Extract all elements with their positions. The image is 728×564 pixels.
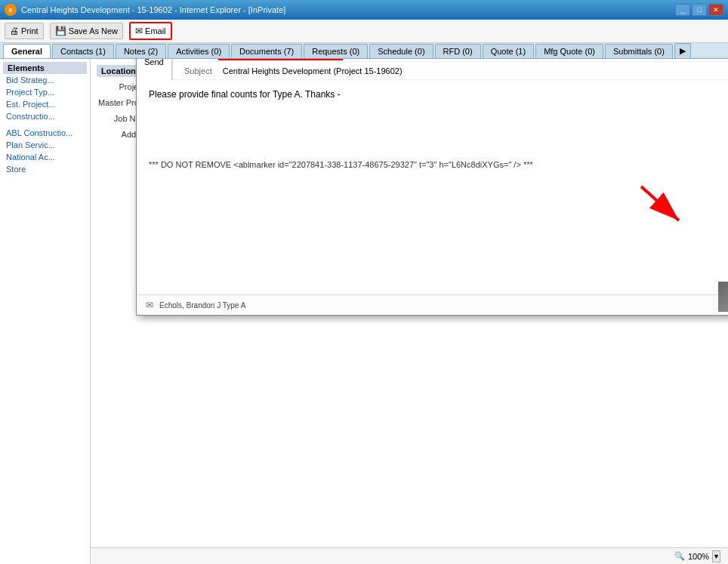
sidebar-item-construction[interactable]: Constructio...: [3, 110, 87, 122]
sidebar-item-abl[interactable]: ABL Constructio...: [3, 127, 87, 139]
email-compose-window: Central Heights Development (Project 15-…: [136, 59, 728, 316]
footer-avatar: [718, 282, 728, 312]
tab-schedule[interactable]: Schedule (0): [369, 44, 433, 58]
print-icon: 🖨: [10, 26, 19, 36]
save-as-new-button[interactable]: 💾 Save As New: [50, 23, 123, 39]
zoom-bar: 🔍 100% ▼: [91, 547, 728, 564]
sidebar-item-plan[interactable]: Plan Servic...: [3, 139, 87, 151]
tab-activities[interactable]: Activities (0): [168, 44, 230, 58]
tabs-more-arrow[interactable]: ▶: [674, 43, 691, 58]
svg-line-1: [641, 186, 679, 220]
email-header-area: ➤ Send To... Echols, Brandon J; Cc: [137, 59, 728, 80]
footer-text: Echols, Brandon J Type A: [159, 301, 245, 310]
message-body-blank: [149, 100, 728, 160]
avatar-image: [718, 282, 728, 312]
email-fields: To... Echols, Brandon J; Cc... agileuplo…: [172, 59, 728, 80]
email-body: ➤ Send To... Echols, Brandon J; Cc: [137, 59, 728, 315]
left-sidebar: Elements Bid Strateg... Project Typ... E…: [0, 59, 91, 564]
tab-general[interactable]: General: [3, 44, 51, 58]
send-button[interactable]: ➤ Send: [137, 59, 172, 80]
tab-documents[interactable]: Documents (7): [231, 44, 302, 58]
window-title: Central Heights Development - 15-19602 -…: [21, 5, 285, 14]
subject-label: Subject: [173, 66, 218, 76]
email-button[interactable]: ✉ Email: [129, 22, 172, 40]
main-content: Location Project #: 15-19602 Rep: 338 Ma…: [91, 59, 728, 564]
tab-rfd[interactable]: RFD (0): [435, 44, 481, 58]
message-body: Please provide final counts for Type A. …: [149, 89, 728, 100]
subject-value[interactable]: Central Heights Development (Project 15-…: [218, 64, 728, 78]
marker-text: *** DO NOT REMOVE <ablmarker id="2207841…: [149, 160, 728, 169]
print-button[interactable]: 🖨 Print: [5, 23, 44, 39]
zoom-icon: 🔍: [674, 551, 685, 561]
tab-submittals[interactable]: Submittals (0): [605, 44, 673, 58]
red-arrow-indicator: [626, 179, 694, 234]
email-message-area[interactable]: Please provide final counts for Type A. …: [137, 80, 728, 294]
tab-contacts[interactable]: Contacts (1): [52, 44, 114, 58]
ie-icon: e: [5, 4, 17, 16]
footer-envelope-icon: ✉: [146, 300, 153, 310]
navigation-tabs: General Contacts (1) Notes (2) Activitie…: [0, 43, 728, 59]
zoom-dropdown-button[interactable]: ▼: [712, 550, 720, 562]
save-icon: 💾: [55, 26, 66, 36]
email-icon: ✉: [135, 26, 143, 36]
tab-notes[interactable]: Notes (2): [116, 44, 166, 58]
title-bar: e Central Heights Development - 15-19602…: [0, 0, 728, 20]
red-arrow-svg: [626, 179, 694, 232]
cc-value[interactable]: agileupload@acuitybrands.com: [218, 59, 344, 60]
sidebar-item-store[interactable]: Store: [3, 163, 87, 175]
maximize-button[interactable]: □: [692, 4, 707, 16]
email-subject-row: Subject Central Heights Development (Pro…: [173, 62, 728, 80]
minimize-button[interactable]: _: [675, 4, 690, 16]
sidebar-item-national[interactable]: National Ac...: [3, 151, 87, 163]
sidebar-item-est-project[interactable]: Est. Project...: [3, 98, 87, 110]
zoom-value: 100%: [688, 552, 709, 561]
window-controls: _ □ ✕: [675, 4, 723, 16]
close-button[interactable]: ✕: [708, 4, 723, 16]
sidebar-item-bid[interactable]: Bid Strateg...: [3, 74, 87, 86]
elements-header: Elements: [3, 62, 87, 74]
tab-requests[interactable]: Requests (0): [304, 44, 368, 58]
tab-quote[interactable]: Quote (1): [483, 44, 534, 58]
app-toolbar: 🖨 Print 💾 Save As New ✉ Email: [0, 20, 728, 43]
tab-mfg-quote[interactable]: Mfg Quote (0): [535, 44, 603, 58]
email-footer: ✉ Echols, Brandon J Type A: [137, 294, 728, 315]
sidebar-item-project-type[interactable]: Project Typ...: [3, 86, 87, 98]
